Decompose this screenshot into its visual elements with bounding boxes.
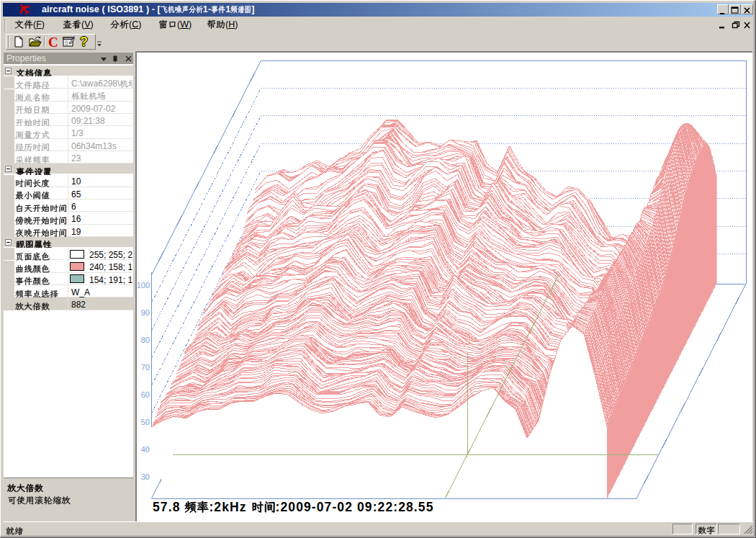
svg-text:90: 90	[141, 308, 150, 317]
svg-text:100: 100	[137, 281, 150, 290]
svg-text:50: 50	[141, 418, 150, 426]
svg-text:40: 40	[141, 445, 150, 454]
svg-text:70: 70	[141, 363, 150, 372]
svg-text:80: 80	[141, 336, 150, 344]
svg-text:60: 60	[141, 390, 150, 399]
svg-text:30: 30	[141, 472, 150, 481]
